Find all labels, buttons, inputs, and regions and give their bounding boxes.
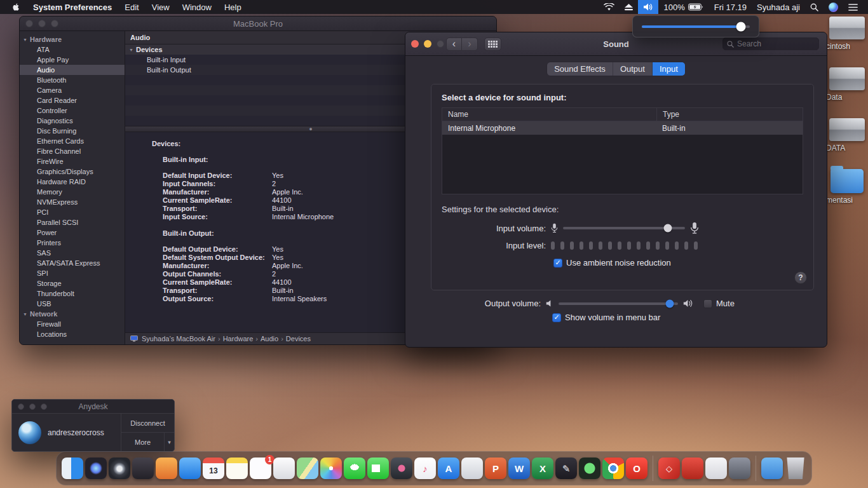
volume-popup-slider[interactable] (642, 25, 750, 28)
sidebar-item-printers[interactable]: Printers (20, 238, 125, 248)
volume-menu[interactable] (638, 0, 658, 14)
dock-word[interactable]: W (508, 458, 530, 479)
dock-trash[interactable] (785, 458, 806, 479)
sidebar-item-nvmexpress[interactable]: NVMExpress (20, 197, 125, 207)
show-volume-checkbox[interactable]: ✓ (552, 313, 561, 322)
eject-menu[interactable] (620, 0, 638, 14)
spotlight-menu[interactable] (805, 0, 824, 14)
tab-output[interactable]: Output (613, 62, 653, 76)
more-dropdown-icon[interactable]: ▾ (164, 433, 174, 451)
menu-app-name[interactable]: System Preferences (27, 3, 118, 12)
dock-chrome[interactable] (602, 458, 624, 479)
help-button[interactable]: ? (794, 271, 807, 284)
sound-titlebar[interactable]: ‹ › Sound (405, 32, 827, 56)
sidebar-item-bluetooth[interactable]: Bluetooth (20, 75, 125, 85)
sidebar-item-storage[interactable]: Storage (20, 278, 125, 288)
menu-edit[interactable]: Edit (118, 3, 145, 12)
sidebar-group-hardware[interactable]: ▼Hardware (20, 34, 125, 44)
sidebar-item-sata-sata-express[interactable]: SATA/SATA Express (20, 258, 125, 268)
sidebar-item-firewall[interactable]: Firewall (20, 319, 125, 329)
notification-center-menu[interactable] (843, 0, 863, 14)
menu-user[interactable]: Syuhada aji (752, 3, 805, 12)
disconnect-button[interactable]: Disconnect (121, 414, 174, 433)
breadcrumb-item[interactable]: Devices (286, 335, 311, 342)
menu-view[interactable]: View (146, 3, 176, 12)
sidebar-item-power[interactable]: Power (20, 227, 125, 238)
dock-excel[interactable]: X (532, 458, 553, 479)
sidebar-item-sas[interactable]: SAS (20, 248, 125, 258)
sidebar-item-camera[interactable]: Camera (20, 85, 125, 95)
desktop-icon-cintosh[interactable]: cintosh (826, 17, 868, 51)
sidebar-item-disc-burning[interactable]: Disc Burning (20, 126, 125, 136)
tab-sound-effects[interactable]: Sound Effects (547, 62, 613, 76)
sidebar-item-apple-pay[interactable]: Apple Pay (20, 55, 125, 65)
battery-menu[interactable]: 100% (658, 3, 709, 12)
menu-help[interactable]: Help (218, 3, 248, 12)
dock-siri[interactable] (85, 458, 107, 479)
apple-menu[interactable] (5, 2, 27, 12)
dock-finder[interactable] (62, 458, 83, 479)
output-volume-knob[interactable] (665, 299, 674, 308)
more-button[interactable]: More ▾ (121, 433, 174, 451)
dock-light-app[interactable] (705, 458, 727, 479)
breadcrumb-item[interactable]: Audio (261, 335, 278, 342)
dock-opera[interactable]: O (626, 458, 648, 479)
dock-calendar[interactable]: 13 (203, 458, 224, 479)
sidebar-item-diagnostics[interactable]: Diagnostics (20, 116, 125, 126)
minimize-button[interactable] (29, 403, 36, 410)
sidebar-item-hardware-raid[interactable]: Hardware RAID (20, 177, 125, 187)
dock-app-store[interactable]: A (438, 458, 459, 479)
siri-menu[interactable] (824, 0, 843, 14)
dock-textedit[interactable] (273, 458, 295, 479)
sidebar-item-locations[interactable]: Locations (20, 329, 125, 339)
forward-button[interactable]: › (462, 37, 478, 51)
sidebar-group-network[interactable]: ▼Network (20, 309, 125, 319)
close-button[interactable] (411, 40, 419, 48)
show-all-button[interactable] (484, 37, 501, 51)
menu-window[interactable]: Window (176, 3, 218, 12)
volume-popup-knob[interactable] (736, 22, 746, 31)
sidebar-item-graphics-displays[interactable]: Graphics/Displays (20, 166, 125, 177)
dock-downloads-folder[interactable] (761, 458, 783, 479)
sidebar-item-firewire[interactable]: FireWire (20, 156, 125, 166)
dock-books[interactable] (156, 458, 177, 479)
menu-clock[interactable]: Fri 17.19 (709, 3, 752, 12)
dock-notes[interactable] (226, 458, 248, 479)
dock-itunes[interactable]: ♪ (414, 458, 436, 479)
search-field[interactable] (722, 37, 819, 50)
desktop-icon-data[interactable]: DATA (826, 118, 868, 152)
dock-powerpoint[interactable]: P (485, 458, 506, 479)
sidebar-item-thunderbolt[interactable]: Thunderbolt (20, 288, 125, 299)
ambient-noise-checkbox[interactable]: ✓ (553, 259, 562, 268)
dock-preview[interactable] (461, 458, 483, 479)
sidebar-item-spi[interactable]: SPI (20, 268, 125, 278)
zoom-button[interactable] (41, 403, 47, 410)
minimize-button[interactable] (424, 40, 431, 48)
dock-dark-app[interactable] (132, 458, 154, 479)
sidebar-item-audio[interactable]: Audio (20, 65, 125, 75)
dock-red-app[interactable] (682, 458, 703, 479)
sidebar-item-memory[interactable]: Memory (20, 187, 125, 197)
sidebar-item-ata[interactable]: ATA (20, 44, 125, 55)
device-row-internal-microphone[interactable]: Internal MicrophoneBuilt-in (442, 121, 803, 135)
anydesk-titlebar[interactable]: Anydesk (12, 400, 174, 414)
desktop-icon-data[interactable]: Data (826, 67, 868, 102)
dock-anydesk[interactable]: ◇ (658, 458, 680, 479)
sidebar-item-fibre-channel[interactable]: Fibre Channel (20, 146, 125, 156)
sidebar-item-ethernet-cards[interactable]: Ethernet Cards (20, 136, 125, 146)
dock-maps[interactable] (297, 458, 318, 479)
dock-facetime[interactable] (367, 458, 389, 479)
minimize-button[interactable] (38, 20, 46, 27)
column-header-type[interactable]: Type (656, 108, 803, 121)
zoom-button[interactable] (51, 20, 58, 27)
sidebar-item-pci[interactable]: PCI (20, 207, 125, 217)
sidebar-item-card-reader[interactable]: Card Reader (20, 95, 125, 105)
sysinfo-titlebar[interactable]: MacBook Pro (20, 17, 496, 31)
sidebar-item-usb[interactable]: USB (20, 299, 125, 309)
sidebar-item-controller[interactable]: Controller (20, 105, 125, 116)
breadcrumb-item[interactable]: Hardware (223, 335, 254, 342)
dock-photos[interactable] (320, 458, 342, 479)
back-button[interactable]: ‹ (446, 37, 462, 51)
tab-input[interactable]: Input (653, 62, 685, 76)
dock-photo-booth[interactable] (391, 458, 412, 479)
